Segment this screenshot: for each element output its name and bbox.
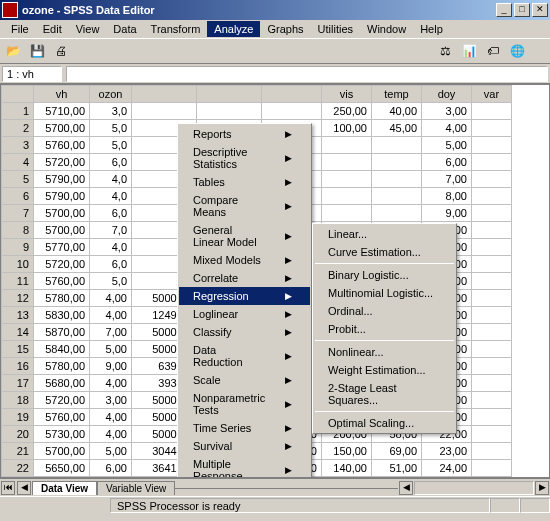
cell[interactable]: 7,00 xyxy=(422,171,472,188)
tab-nav-prev[interactable]: ◀ xyxy=(17,481,31,495)
cell[interactable]: 5,0 xyxy=(90,137,132,154)
cell[interactable]: 5720,00 xyxy=(34,154,90,171)
menu-item-linear-[interactable]: Linear... xyxy=(314,225,455,243)
cell[interactable]: 4,00 xyxy=(90,409,132,426)
cell[interactable] xyxy=(322,205,372,222)
cell[interactable] xyxy=(472,290,512,307)
scroll-left[interactable]: ◀ xyxy=(399,481,413,495)
cell[interactable]: 5700,00 xyxy=(34,120,90,137)
cell[interactable]: 51,00 xyxy=(372,460,422,477)
save-icon[interactable]: 💾 xyxy=(26,40,48,62)
cell-name-box[interactable]: 1 : vh xyxy=(2,66,62,82)
data-grid[interactable]: vhozonvistempdoyvar15710,003,0250,0040,0… xyxy=(0,84,550,478)
cell[interactable]: 5790,00 xyxy=(34,188,90,205)
cell[interactable] xyxy=(472,154,512,171)
cell[interactable]: 53,00 xyxy=(372,477,422,479)
cell[interactable]: 5700,00 xyxy=(34,443,90,460)
cell[interactable]: 5680,00 xyxy=(34,375,90,392)
menu-item-probit-[interactable]: Probit... xyxy=(314,320,455,338)
row-header[interactable]: 3 xyxy=(2,137,34,154)
cell[interactable] xyxy=(472,103,512,120)
menu-item-descriptive-statistics[interactable]: Descriptive Statistics▶ xyxy=(179,143,310,173)
cell[interactable] xyxy=(197,103,262,120)
row-header[interactable]: 6 xyxy=(2,188,34,205)
cell[interactable] xyxy=(322,154,372,171)
menu-item--stage-least-squares-[interactable]: 2-Stage Least Squares... xyxy=(314,379,455,409)
row-header[interactable]: 18 xyxy=(2,392,34,409)
cell[interactable]: 7,0 xyxy=(90,222,132,239)
row-header[interactable]: 19 xyxy=(2,409,34,426)
row-header[interactable]: 12 xyxy=(2,290,34,307)
menu-item-binary-logistic-[interactable]: Binary Logistic... xyxy=(314,266,455,284)
cell[interactable]: 100,00 xyxy=(322,120,372,137)
cell[interactable]: 4,00 xyxy=(90,426,132,443)
tag-icon[interactable]: 🏷 xyxy=(482,40,504,62)
row-header[interactable]: 17 xyxy=(2,375,34,392)
menu-item-nonparametric-tests[interactable]: Nonparametric Tests▶ xyxy=(179,389,310,419)
menu-item-multinomial-logistic-[interactable]: Multinomial Logistic... xyxy=(314,284,455,302)
menu-help[interactable]: Help xyxy=(413,21,450,37)
open-icon[interactable]: 📂 xyxy=(2,40,24,62)
cell[interactable] xyxy=(472,341,512,358)
cell[interactable]: 4,0 xyxy=(90,239,132,256)
row-header[interactable]: 13 xyxy=(2,307,34,324)
cell[interactable]: 5700,00 xyxy=(34,205,90,222)
cell[interactable]: 250,00 xyxy=(322,103,372,120)
menu-item-compare-means[interactable]: Compare Means▶ xyxy=(179,191,310,221)
cell[interactable] xyxy=(472,171,512,188)
menu-item-optimal-scaling-[interactable]: Optimal Scaling... xyxy=(314,414,455,432)
menu-analyze[interactable]: Analyze xyxy=(207,21,260,37)
cell[interactable]: 5760,00 xyxy=(34,137,90,154)
menu-item-mixed-models[interactable]: Mixed Models▶ xyxy=(179,251,310,269)
col-header[interactable] xyxy=(262,86,322,103)
col-header[interactable]: ozon xyxy=(90,86,132,103)
cell[interactable]: 4,00 xyxy=(90,375,132,392)
cell[interactable] xyxy=(472,273,512,290)
cell[interactable]: 6,00 xyxy=(422,154,472,171)
menu-file[interactable]: File xyxy=(4,21,36,37)
cell[interactable]: 5650,00 xyxy=(34,460,90,477)
col-header[interactable]: temp xyxy=(372,86,422,103)
row-header[interactable]: 10 xyxy=(2,256,34,273)
cell[interactable] xyxy=(472,120,512,137)
cell[interactable]: 5,00 xyxy=(90,443,132,460)
cell[interactable] xyxy=(472,460,512,477)
cell[interactable]: 7,00 xyxy=(90,324,132,341)
cell[interactable] xyxy=(372,171,422,188)
h-scrollbar[interactable] xyxy=(414,481,534,495)
row-header[interactable]: 2 xyxy=(2,120,34,137)
cell[interactable] xyxy=(132,103,197,120)
cell[interactable] xyxy=(472,324,512,341)
menu-item-tables[interactable]: Tables▶ xyxy=(179,173,310,191)
row-header[interactable]: 7 xyxy=(2,205,34,222)
cell[interactable]: 6,0 xyxy=(90,205,132,222)
menu-item-ordinal-[interactable]: Ordinal... xyxy=(314,302,455,320)
row-header[interactable]: 8 xyxy=(2,222,34,239)
cell[interactable]: 3,00 xyxy=(422,103,472,120)
cell[interactable]: 5760,00 xyxy=(34,273,90,290)
cell[interactable] xyxy=(262,103,322,120)
cell[interactable]: 5770,00 xyxy=(34,239,90,256)
cell[interactable] xyxy=(472,358,512,375)
cell[interactable]: 5730,00 xyxy=(34,426,90,443)
scales-icon[interactable]: ⚖ xyxy=(434,40,456,62)
maximize-button[interactable]: □ xyxy=(514,3,530,17)
row-header[interactable]: 23 xyxy=(2,477,34,479)
cell[interactable]: 4,00 xyxy=(90,290,132,307)
cell[interactable]: 5,0 xyxy=(90,273,132,290)
menu-window[interactable]: Window xyxy=(360,21,413,37)
cell[interactable]: 5830,00 xyxy=(34,307,90,324)
menu-transform[interactable]: Transform xyxy=(144,21,208,37)
cell[interactable]: 40,00 xyxy=(372,103,422,120)
cell-value-box[interactable] xyxy=(66,66,548,82)
cell[interactable]: 4,00 xyxy=(90,307,132,324)
menu-item-data-reduction[interactable]: Data Reduction▶ xyxy=(179,341,310,371)
menu-item-curve-estimation-[interactable]: Curve Estimation... xyxy=(314,243,455,261)
col-header[interactable]: var xyxy=(472,86,512,103)
menu-item-loglinear[interactable]: Loglinear▶ xyxy=(179,305,310,323)
cell[interactable] xyxy=(472,477,512,479)
cell[interactable] xyxy=(322,171,372,188)
cell[interactable] xyxy=(472,188,512,205)
cell[interactable]: 45,00 xyxy=(372,120,422,137)
cell[interactable]: 5,0 xyxy=(90,120,132,137)
